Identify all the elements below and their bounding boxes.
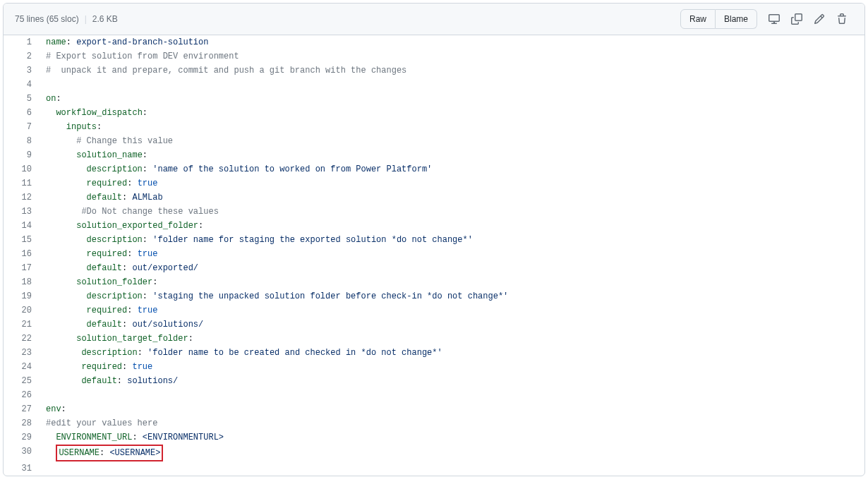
line-number[interactable]: 16 — [4, 247, 39, 261]
code-line: 11 required: true — [4, 176, 864, 191]
line-content: solution_folder: — [39, 275, 864, 289]
line-content: solution_name: — [39, 148, 864, 162]
line-content: # unpack it and prepare, commit and push… — [39, 64, 864, 78]
line-content: solution_exported_folder: — [39, 219, 864, 233]
line-number[interactable]: 27 — [4, 402, 39, 416]
line-content: #Do Not change these values — [39, 205, 864, 219]
line-number[interactable]: 6 — [4, 106, 39, 120]
delete-button[interactable] — [831, 9, 853, 29]
line-number[interactable]: 29 — [4, 430, 39, 445]
line-content: required: true — [39, 360, 864, 374]
line-content: inputs: — [39, 120, 864, 134]
line-content: #edit your values here — [39, 416, 864, 430]
line-content: # Change this value — [39, 134, 864, 148]
line-number[interactable]: 24 — [4, 360, 39, 374]
line-content: description: 'folder name for staging th… — [39, 233, 864, 247]
desktop-icon — [768, 13, 780, 25]
line-number[interactable]: 8 — [4, 134, 39, 148]
code-line: 26 — [4, 388, 864, 402]
code-line: 7 inputs: — [4, 120, 864, 134]
line-number[interactable]: 22 — [4, 332, 39, 346]
edit-button[interactable] — [808, 9, 831, 29]
copy-button[interactable] — [785, 9, 808, 29]
code-line: 10 description: 'name of the solution to… — [4, 162, 864, 176]
lines-count: 75 lines (65 sloc) — [15, 14, 79, 24]
code-line: 13 #Do Not change these values — [4, 205, 864, 219]
copy-icon — [791, 13, 802, 25]
code-line: 21 default: out/solutions/ — [4, 318, 864, 332]
line-number[interactable]: 20 — [4, 303, 39, 318]
raw-button[interactable]: Raw — [680, 9, 716, 29]
code-line: 22 solution_target_folder: — [4, 332, 864, 346]
code-line: 20 required: true — [4, 303, 864, 318]
code-area: 1name: export-and-branch-solution2# Expo… — [4, 35, 864, 476]
line-content: description: 'staging the unpacked solut… — [39, 289, 864, 303]
code-line: 9 solution_name: — [4, 148, 864, 162]
line-number[interactable]: 12 — [4, 191, 39, 205]
line-number[interactable]: 4 — [4, 78, 39, 92]
line-number[interactable]: 2 — [4, 49, 39, 64]
line-number[interactable]: 26 — [4, 388, 39, 402]
code-line: 3# unpack it and prepare, commit and pus… — [4, 64, 864, 78]
highlight-box: USERNAME: <USERNAME> — [56, 445, 163, 461]
blame-button[interactable]: Blame — [716, 9, 757, 29]
line-number[interactable]: 14 — [4, 219, 39, 233]
line-content: description: 'name of the solution to wo… — [39, 162, 864, 176]
line-content: workflow_dispatch: — [39, 106, 864, 120]
code-line: 15 description: 'folder name for staging… — [4, 233, 864, 247]
line-number[interactable]: 5 — [4, 92, 39, 106]
file-actions: Raw Blame — [680, 9, 853, 29]
line-content: solution_target_folder: — [39, 332, 864, 346]
line-number[interactable]: 10 — [4, 162, 39, 176]
line-number[interactable]: 21 — [4, 318, 39, 332]
code-line: 19 description: 'staging the unpacked so… — [4, 289, 864, 303]
pencil-icon — [814, 13, 825, 25]
code-line: 24 required: true — [4, 360, 864, 374]
line-content: on: — [39, 92, 864, 106]
line-content: default: ALMLab — [39, 191, 864, 205]
code-line: 18 solution_folder: — [4, 275, 864, 289]
file-header: 75 lines (65 sloc) | 2.6 KB Raw Blame — [4, 4, 864, 35]
file-info: 75 lines (65 sloc) | 2.6 KB — [15, 14, 118, 24]
code-line: 5on: — [4, 92, 864, 106]
line-content: default: out/exported/ — [39, 261, 864, 275]
line-content: default: solutions/ — [39, 374, 864, 388]
code-line: 2# Export solution from DEV environment — [4, 49, 864, 64]
code-line: 6 workflow_dispatch: — [4, 106, 864, 120]
line-number[interactable]: 3 — [4, 64, 39, 78]
line-number[interactable]: 31 — [4, 461, 39, 476]
line-number[interactable]: 19 — [4, 289, 39, 303]
code-line: 1name: export-and-branch-solution — [4, 35, 864, 49]
code-line: 12 default: ALMLab — [4, 191, 864, 205]
button-group: Raw Blame — [680, 9, 757, 29]
code-line: 14 solution_exported_folder: — [4, 219, 864, 233]
desktop-button[interactable] — [763, 9, 785, 29]
line-number[interactable]: 30 — [4, 445, 39, 461]
line-content — [39, 461, 864, 476]
line-content: ENVIRONMENT_URL: <ENVIRONMENTURL> — [39, 430, 864, 445]
line-number[interactable]: 9 — [4, 148, 39, 162]
line-content: required: true — [39, 303, 864, 318]
line-number[interactable]: 13 — [4, 205, 39, 219]
line-number[interactable]: 25 — [4, 374, 39, 388]
line-number[interactable]: 17 — [4, 261, 39, 275]
line-content: name: export-and-branch-solution — [39, 35, 864, 49]
line-number[interactable]: 23 — [4, 346, 39, 360]
code-line: 31 — [4, 461, 864, 476]
line-content: default: out/solutions/ — [39, 318, 864, 332]
line-content — [39, 78, 864, 92]
line-content — [39, 388, 864, 402]
code-line: 8 # Change this value — [4, 134, 864, 148]
divider: | — [85, 14, 87, 24]
line-number[interactable]: 1 — [4, 35, 39, 49]
line-number[interactable]: 7 — [4, 120, 39, 134]
line-content: required: true — [39, 176, 864, 191]
code-line: 23 description: 'folder name to be creat… — [4, 346, 864, 360]
line-content: USERNAME: <USERNAME> — [39, 445, 864, 461]
line-number[interactable]: 11 — [4, 176, 39, 191]
code-line: 27env: — [4, 402, 864, 416]
file-container: 75 lines (65 sloc) | 2.6 KB Raw Blame 1n… — [3, 3, 865, 476]
line-number[interactable]: 15 — [4, 233, 39, 247]
line-number[interactable]: 18 — [4, 275, 39, 289]
line-number[interactable]: 28 — [4, 416, 39, 430]
